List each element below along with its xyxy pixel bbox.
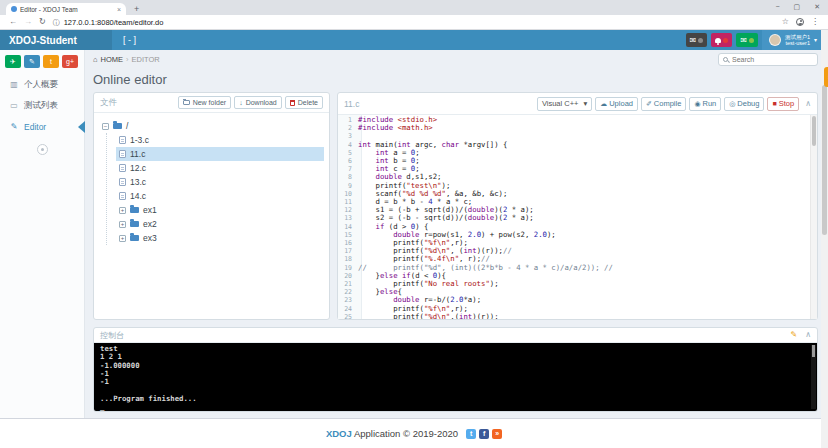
editor-scrollbar[interactable] [810,115,817,319]
tree-file[interactable]: 1-3.c [116,133,324,147]
window-maximize-icon[interactable]: ▢ [794,3,801,10]
footer-text: Application © 2019-2020 [354,428,458,439]
reload-icon[interactable]: ↻ [39,18,46,26]
tree-folder[interactable]: + ex2 [116,217,324,231]
menu-kebab-icon[interactable]: ⋮ [811,18,819,26]
address-bar[interactable]: ⓘ 127.0.0.1:8080/team/editor.do [53,18,775,27]
expand-icon[interactable]: + [119,235,126,242]
code-line[interactable]: 2#include <math.h> [338,124,817,132]
tree-file-selected[interactable]: 11.c [116,147,324,161]
tree-file[interactable]: 12.c [116,161,324,175]
sidebar-item-testlist[interactable]: ▭ 测试列表 [0,95,84,116]
browser-tab[interactable]: Editor - XDOJ Team × [6,3,126,15]
twitter-button[interactable]: t [43,55,59,68]
stop-icon: ■ [772,100,776,107]
scrollbar-thumb[interactable] [812,116,816,146]
search-input[interactable] [732,56,813,63]
back-icon[interactable]: ← [9,18,17,26]
editor-file-title: 11.c [344,99,359,109]
twitter-icon[interactable]: t [466,429,476,439]
messages-badge [698,38,703,43]
expand-icon[interactable]: + [119,207,126,214]
tree-folder[interactable]: + ex1 [116,203,324,217]
delete-button[interactable]: Delete [285,96,323,109]
line-number: 3 [338,132,358,140]
facebook-icon[interactable]: f [479,429,489,439]
new-folder-button[interactable]: New folder [178,96,231,109]
favicon [11,6,17,12]
new-tab-button[interactable]: + [134,5,139,14]
line-number: 12 [338,206,358,214]
main-content: ⌂ HOME › EDITOR Online editor ✱ [85,50,828,418]
user-menu[interactable]: 测试用户1 test-user1 ▾ [762,30,824,50]
line-number: 13 [338,214,358,222]
chevron-down-icon: ▾ [814,37,817,43]
sidebar-collapse-toggle[interactable] [37,144,48,155]
line-number: 10 [338,190,358,198]
breadcrumb-home[interactable]: HOME [101,55,124,64]
sidebar-menu: ▥ 个人概要 ▭ 测试列表 ✎ Editor [0,74,84,137]
console-terminal[interactable]: test1 2 1-1.000000-1-1 ...Program finish… [94,343,817,411]
edit-button[interactable]: ✎ [24,55,40,68]
code-lines: 1#include <stdio.h>2#include <math.h>3 4… [338,116,817,319]
scrollbar-thumb[interactable] [822,85,827,235]
tree-folder[interactable]: + ex3 [116,231,324,245]
page-title-row: Online editor [93,67,818,92]
edit-pencil-icon[interactable]: ✎ [790,331,797,339]
code-line[interactable]: 25 printf("%d\n",(int)(r)); [338,313,817,319]
sidebar-item-profile[interactable]: ▥ 个人概要 [0,74,84,95]
code-editor[interactable]: 1#include <stdio.h>2#include <math.h>3 4… [338,115,817,319]
tree-file[interactable]: 14.c [116,189,324,203]
expand-icon[interactable]: + [119,221,126,228]
share-button[interactable]: g+ [62,55,78,68]
mail-button[interactable]: ✉ [736,33,758,47]
site-info-icon[interactable]: ⓘ [53,19,60,26]
rss-icon[interactable]: » [492,429,502,439]
compile-button[interactable]: ✐ Compile [641,97,686,111]
tree-file[interactable]: 13.c [116,175,324,189]
download-button[interactable]: ↓ Download [234,96,282,109]
send-button[interactable]: ✈ [5,55,21,68]
file-icon [119,150,126,158]
panel-collapse-icon[interactable]: ∧ [805,331,811,339]
console-line: _ [100,403,811,411]
messages-button[interactable]: ✉ [686,33,708,47]
bookmark-star-icon[interactable]: ☆ [782,18,789,26]
code-line[interactable]: 21 printf("No real roots"); [338,280,817,288]
line-number: 20 [338,272,358,280]
run-button[interactable]: ◉ Run [689,97,721,111]
sidebar-toggle[interactable]: [ - ] [112,30,147,50]
tab-close-icon[interactable]: × [117,6,121,13]
page-scrollbar[interactable] [821,30,828,448]
url-text: 127.0.0.1:8080/team/editor.do [64,18,164,27]
profile-icon[interactable] [796,18,804,26]
brand-logo[interactable]: XDOJ-Student [0,30,112,50]
collapse-icon[interactable]: − [102,123,109,130]
debug-button[interactable]: ◎ Debug [724,97,764,111]
notifications-button[interactable] [711,33,732,47]
share-icon: g+ [66,58,74,65]
tree-root[interactable]: − / [99,119,324,133]
forward-icon[interactable]: → [24,18,32,26]
bell-icon [715,38,721,43]
stop-button[interactable]: ■ Stop [767,97,799,111]
browser-window: Editor - XDOJ Team × + − ▢ ✕ ← → ↻ ⓘ 127… [0,0,828,448]
upload-button[interactable]: ☁ Upload [595,97,638,111]
panel-collapse-icon[interactable]: ∧ [805,100,811,108]
download-icon: ↓ [239,99,243,106]
scrollbar-thumb[interactable] [812,345,815,357]
settings-toggle-button[interactable]: ✱ [824,67,828,87]
mail-badge [749,38,754,43]
window-close-icon[interactable]: ✕ [814,3,820,10]
console-scrollbar[interactable] [811,345,816,409]
console-line: -1.000000 [100,362,811,370]
folder-icon [130,207,139,213]
sidebar-item-editor[interactable]: ✎ Editor [0,116,84,137]
window-minimize-icon[interactable]: − [775,3,779,10]
language-select[interactable]: Visual C++ ▾ [537,97,592,111]
chart-icon: ▥ [9,81,19,89]
line-number: 6 [338,157,358,165]
window-controls: − ▢ ✕ [775,3,820,10]
breadcrumb: ⌂ HOME › EDITOR [93,55,160,64]
edit-icon: ✎ [9,123,19,131]
